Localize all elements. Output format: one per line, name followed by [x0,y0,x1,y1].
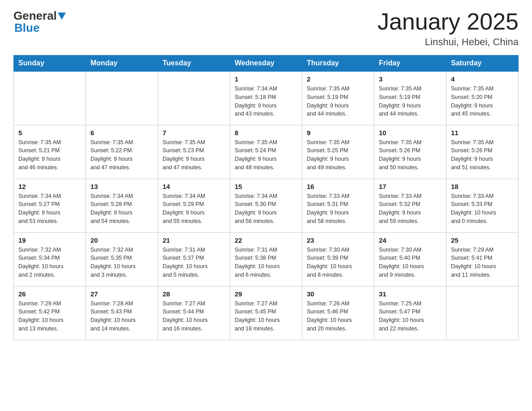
day-number: 18 [451,183,514,190]
calendar-cell: 15Sunrise: 7:34 AM Sunset: 5:30 PM Dayli… [230,179,302,232]
calendar-cell: 31Sunrise: 7:25 AM Sunset: 5:47 PM Dayli… [374,286,446,340]
day-number: 22 [235,236,297,244]
day-info: Sunrise: 7:29 AM Sunset: 5:42 PM Dayligh… [18,300,81,333]
day-number: 11 [451,129,514,137]
calendar-cell: 23Sunrise: 7:30 AM Sunset: 5:39 PM Dayli… [302,232,374,286]
day-info: Sunrise: 7:35 AM Sunset: 5:19 PM Dayligh… [379,85,442,118]
day-info: Sunrise: 7:25 AM Sunset: 5:47 PM Dayligh… [379,300,442,333]
day-info: Sunrise: 7:35 AM Sunset: 5:25 PM Dayligh… [307,138,369,172]
day-number: 25 [451,236,514,244]
column-header-friday: Friday [374,56,446,72]
day-number: 1 [235,75,297,83]
calendar-week-row: 5Sunrise: 7:35 AM Sunset: 5:21 PM Daylig… [14,125,519,179]
calendar-week-row: 12Sunrise: 7:34 AM Sunset: 5:27 PM Dayli… [14,179,519,232]
day-number: 6 [90,129,153,137]
day-info: Sunrise: 7:35 AM Sunset: 5:23 PM Dayligh… [163,138,225,172]
day-number: 10 [379,129,442,137]
day-number: 26 [18,290,81,298]
day-info: Sunrise: 7:35 AM Sunset: 5:21 PM Dayligh… [18,138,81,172]
calendar-cell: 27Sunrise: 7:28 AM Sunset: 5:43 PM Dayli… [86,286,158,340]
calendar-cell: 20Sunrise: 7:32 AM Sunset: 5:35 PM Dayli… [86,232,158,286]
day-info: Sunrise: 7:35 AM Sunset: 5:22 PM Dayligh… [90,138,153,172]
calendar-cell [86,71,158,125]
column-header-saturday: Saturday [446,56,519,72]
day-number: 17 [379,183,442,190]
day-info: Sunrise: 7:34 AM Sunset: 5:28 PM Dayligh… [90,192,153,226]
day-info: Sunrise: 7:34 AM Sunset: 5:27 PM Dayligh… [18,192,81,226]
day-number: 29 [235,290,297,298]
calendar-cell: 29Sunrise: 7:27 AM Sunset: 5:45 PM Dayli… [230,286,302,340]
logo-triangle-icon [58,13,66,21]
day-info: Sunrise: 7:30 AM Sunset: 5:39 PM Dayligh… [307,246,369,279]
calendar-subtitle: Linshui, Hebei, China [378,36,519,48]
logo-blue-text: Blue [14,21,39,35]
day-info: Sunrise: 7:30 AM Sunset: 5:40 PM Dayligh… [379,246,442,279]
calendar-cell: 14Sunrise: 7:34 AM Sunset: 5:29 PM Dayli… [158,179,230,232]
calendar-cell: 8Sunrise: 7:35 AM Sunset: 5:24 PM Daylig… [230,125,302,179]
day-info: Sunrise: 7:32 AM Sunset: 5:34 PM Dayligh… [18,246,81,279]
calendar-cell: 22Sunrise: 7:31 AM Sunset: 5:38 PM Dayli… [230,232,302,286]
day-number: 9 [307,129,369,137]
day-info: Sunrise: 7:27 AM Sunset: 5:44 PM Dayligh… [163,300,225,333]
calendar-cell: 21Sunrise: 7:31 AM Sunset: 5:37 PM Dayli… [158,232,230,286]
calendar-cell: 5Sunrise: 7:35 AM Sunset: 5:21 PM Daylig… [14,125,86,179]
calendar-cell: 11Sunrise: 7:35 AM Sunset: 5:26 PM Dayli… [446,125,519,179]
day-number: 16 [307,183,369,190]
day-number: 12 [18,183,81,190]
column-header-monday: Monday [86,56,158,72]
calendar-cell: 13Sunrise: 7:34 AM Sunset: 5:28 PM Dayli… [86,179,158,232]
day-info: Sunrise: 7:35 AM Sunset: 5:20 PM Dayligh… [451,85,514,118]
day-info: Sunrise: 7:34 AM Sunset: 5:30 PM Dayligh… [235,192,297,226]
day-number: 15 [235,183,297,190]
day-info: Sunrise: 7:29 AM Sunset: 5:41 PM Dayligh… [451,246,514,279]
calendar-cell: 16Sunrise: 7:33 AM Sunset: 5:31 PM Dayli… [302,179,374,232]
day-number: 7 [163,129,225,137]
day-info: Sunrise: 7:31 AM Sunset: 5:38 PM Dayligh… [235,246,297,279]
day-info: Sunrise: 7:35 AM Sunset: 5:24 PM Dayligh… [235,138,297,172]
calendar-header-row: SundayMondayTuesdayWednesdayThursdayFrid… [14,56,519,72]
day-number: 3 [379,75,442,83]
calendar-cell: 9Sunrise: 7:35 AM Sunset: 5:25 PM Daylig… [302,125,374,179]
calendar-cell [446,286,519,340]
calendar-cell: 28Sunrise: 7:27 AM Sunset: 5:44 PM Dayli… [158,286,230,340]
calendar-title: January 2025 [378,9,519,34]
day-info: Sunrise: 7:33 AM Sunset: 5:33 PM Dayligh… [451,192,514,226]
title-block: January 2025 Linshui, Hebei, China [378,9,519,48]
column-header-sunday: Sunday [14,56,86,72]
day-number: 20 [90,236,153,244]
calendar-cell: 25Sunrise: 7:29 AM Sunset: 5:41 PM Dayli… [446,232,519,286]
calendar-cell: 6Sunrise: 7:35 AM Sunset: 5:22 PM Daylig… [86,125,158,179]
day-number: 5 [18,129,81,137]
day-info: Sunrise: 7:33 AM Sunset: 5:31 PM Dayligh… [307,192,369,226]
day-info: Sunrise: 7:26 AM Sunset: 5:46 PM Dayligh… [307,300,369,333]
day-number: 23 [307,236,369,244]
calendar-cell: 10Sunrise: 7:35 AM Sunset: 5:26 PM Dayli… [374,125,446,179]
calendar-cell: 4Sunrise: 7:35 AM Sunset: 5:20 PM Daylig… [446,71,519,125]
svg-marker-0 [58,13,66,20]
day-info: Sunrise: 7:28 AM Sunset: 5:43 PM Dayligh… [90,300,153,333]
calendar-cell: 19Sunrise: 7:32 AM Sunset: 5:34 PM Dayli… [14,232,86,286]
calendar-cell: 7Sunrise: 7:35 AM Sunset: 5:23 PM Daylig… [158,125,230,179]
day-info: Sunrise: 7:35 AM Sunset: 5:26 PM Dayligh… [379,138,442,172]
calendar-cell: 3Sunrise: 7:35 AM Sunset: 5:19 PM Daylig… [374,71,446,125]
day-info: Sunrise: 7:34 AM Sunset: 5:29 PM Dayligh… [163,192,225,226]
calendar-cell: 30Sunrise: 7:26 AM Sunset: 5:46 PM Dayli… [302,286,374,340]
calendar-table: SundayMondayTuesdayWednesdayThursdayFrid… [13,55,519,340]
day-number: 4 [451,75,514,83]
calendar-cell [14,71,86,125]
calendar-cell: 18Sunrise: 7:33 AM Sunset: 5:33 PM Dayli… [446,179,519,232]
calendar-week-row: 26Sunrise: 7:29 AM Sunset: 5:42 PM Dayli… [14,286,519,340]
day-number: 27 [90,290,153,298]
day-number: 28 [163,290,225,298]
column-header-tuesday: Tuesday [158,56,230,72]
logo: General Blue [13,9,66,35]
page-header: General Blue January 2025 Linshui, Hebei… [13,9,519,48]
day-number: 30 [307,290,369,298]
day-info: Sunrise: 7:27 AM Sunset: 5:45 PM Dayligh… [235,300,297,333]
day-number: 24 [379,236,442,244]
calendar-cell: 1Sunrise: 7:34 AM Sunset: 5:18 PM Daylig… [230,71,302,125]
day-number: 8 [235,129,297,137]
calendar-cell: 26Sunrise: 7:29 AM Sunset: 5:42 PM Dayli… [14,286,86,340]
day-info: Sunrise: 7:34 AM Sunset: 5:18 PM Dayligh… [235,85,297,118]
day-number: 2 [307,75,369,83]
